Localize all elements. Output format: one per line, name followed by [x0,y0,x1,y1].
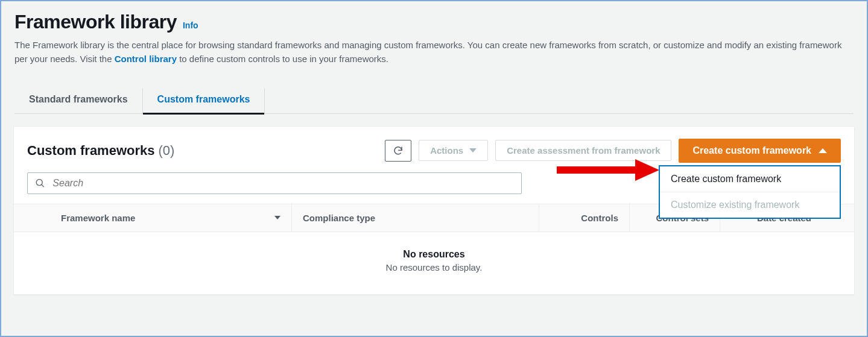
create-custom-framework-button[interactable]: Create custom framework [679,139,841,163]
panel-header: Custom frameworks (0) Actions Create ass… [14,127,854,172]
empty-title: No resources [14,249,854,260]
page-title: Framework library [14,11,177,33]
tab-standard-frameworks[interactable]: Standard frameworks [14,88,143,113]
search-box[interactable] [27,172,522,194]
tab-custom-frameworks[interactable]: Custom frameworks [143,88,265,113]
panel-actions: Actions Create assessment from framework… [385,139,841,163]
dropdown-customize-existing[interactable]: Customize existing framework [660,192,840,218]
column-framework-name[interactable]: Framework name [50,204,291,231]
panel-title: Custom frameworks [27,143,155,159]
refresh-button[interactable] [385,140,411,162]
tabs: Standard frameworks Custom frameworks [14,88,854,114]
panel-count: (0) [159,143,175,159]
column-controls[interactable]: Controls [539,204,629,231]
col-ctrl-label: Controls [581,213,618,223]
refresh-icon [393,145,404,156]
create-assessment-button[interactable]: Create assessment from framework [495,140,671,161]
page-frame: Framework library Info The Framework lib… [0,0,868,337]
page-header: Framework library Info The Framework lib… [1,1,867,114]
custom-frameworks-panel: Custom frameworks (0) Actions Create ass… [13,126,855,295]
search-icon [35,178,45,189]
col-comp-label: Compliance type [303,213,375,223]
caret-up-icon [819,148,827,153]
info-link[interactable]: Info [183,20,198,30]
create-custom-label: Create custom framework [692,145,811,156]
empty-state: No resources No resources to display. [14,232,854,294]
column-checkbox [14,204,50,231]
actions-label: Actions [430,145,463,156]
search-input[interactable] [52,178,514,189]
col-name-label: Framework name [61,213,135,223]
create-custom-dropdown: Create custom framework Customize existi… [659,165,841,219]
desc-suffix: to define custom controls to use in your… [179,54,388,64]
panel-title-row: Custom frameworks (0) [27,143,174,159]
create-custom-wrapper: Create custom framework Create custom fr… [679,139,841,163]
chevron-down-icon [469,148,477,153]
page-title-row: Framework library Info [14,11,854,33]
svg-line-1 [42,184,44,187]
empty-description: No resources to display. [14,262,854,272]
control-library-link[interactable]: Control library [115,54,177,64]
sort-caret-icon [274,216,280,219]
column-compliance-type[interactable]: Compliance type [291,204,539,231]
dropdown-create-custom[interactable]: Create custom framework [660,166,840,192]
page-description: The Framework library is the central pla… [14,38,847,66]
actions-button[interactable]: Actions [419,140,488,161]
